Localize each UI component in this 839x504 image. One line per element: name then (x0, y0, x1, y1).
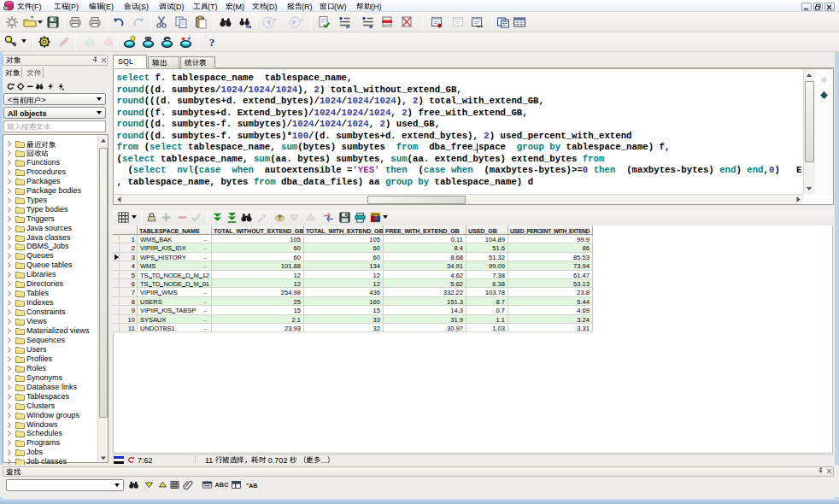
svg-text:?: ? (209, 36, 215, 49)
svg-text:ABC: ABC (215, 481, 230, 489)
svg-text:"AB: "AB (246, 483, 257, 489)
